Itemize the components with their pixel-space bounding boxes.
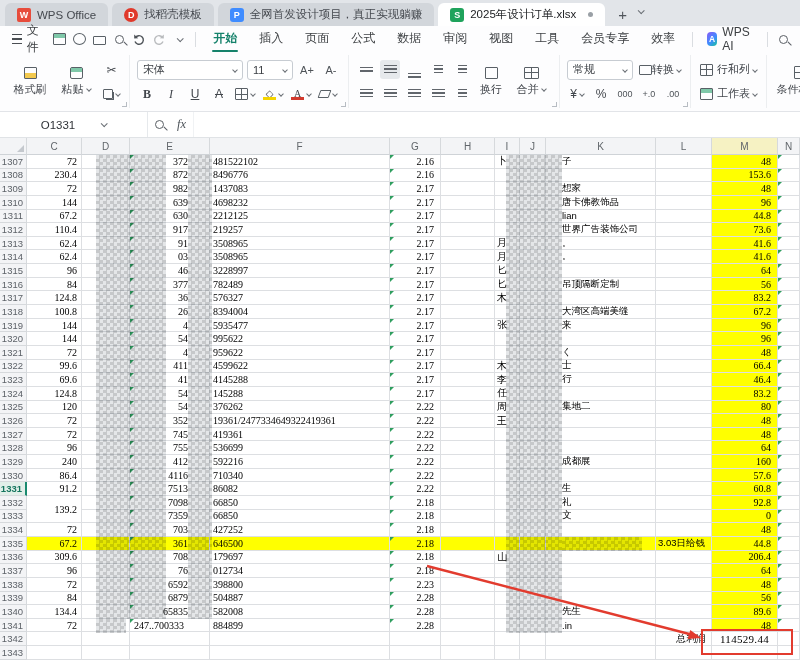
cell-L1325[interactable]: [656, 401, 712, 415]
cell-G1316[interactable]: 2.17: [390, 278, 441, 292]
cell-D1342[interactable]: [82, 632, 130, 646]
cell-D1318[interactable]: [82, 305, 130, 319]
cell-G1321[interactable]: 2.17: [390, 346, 441, 360]
cell-N1319[interactable]: [778, 319, 800, 333]
row-header-1312[interactable]: 1312: [0, 223, 27, 237]
cell-L1338[interactable]: [656, 578, 712, 592]
cell-D1328[interactable]: [82, 441, 130, 455]
cell-G1319[interactable]: 2.17: [390, 319, 441, 333]
cell-C1328[interactable]: 96: [27, 441, 82, 455]
cell-H1327[interactable]: [441, 428, 495, 442]
cell-H1318[interactable]: [441, 305, 495, 319]
cell-C1315[interactable]: 96: [27, 264, 82, 278]
cell-K1335[interactable]: [546, 537, 656, 551]
cell-H1321[interactable]: [441, 346, 495, 360]
cell-N1330[interactable]: [778, 469, 800, 483]
cell-D1308[interactable]: [82, 169, 130, 183]
cell-M1317[interactable]: 83.2: [712, 291, 778, 305]
cell-D1333[interactable]: [82, 510, 130, 524]
cell-G1313[interactable]: 2.17: [390, 237, 441, 251]
align-middle-button[interactable]: [380, 60, 400, 79]
cell-D1337[interactable]: [82, 564, 130, 578]
cell-M1314[interactable]: 41.6: [712, 250, 778, 264]
cell-H1335[interactable]: [441, 537, 495, 551]
cell-N1339[interactable]: [778, 592, 800, 606]
cell-H1338[interactable]: [441, 578, 495, 592]
cell-I1328[interactable]: [495, 441, 520, 455]
cell-J1331[interactable]: [520, 482, 546, 496]
cell-D1327[interactable]: [82, 428, 130, 442]
cell-G1337[interactable]: 2.18: [390, 564, 441, 578]
cell-H1336[interactable]: [441, 551, 495, 565]
cell-E1324[interactable]: 54: [130, 387, 210, 401]
row-header-1319[interactable]: 1319: [0, 319, 27, 333]
cell-E1336[interactable]: 708: [130, 551, 210, 565]
cell-H1330[interactable]: [441, 469, 495, 483]
cell-M1339[interactable]: 56: [712, 592, 778, 606]
cell-J1313[interactable]: [520, 237, 546, 251]
cell-F1332[interactable]: 66850: [210, 496, 390, 510]
cell-1343[interactable]: [82, 646, 130, 660]
cell-I1339[interactable]: [495, 592, 520, 606]
row-header-1323[interactable]: 1323: [0, 373, 27, 387]
cell-N1341[interactable]: [778, 619, 800, 633]
cell-G1318[interactable]: 2.17: [390, 305, 441, 319]
row-header-1329[interactable]: 1329: [0, 455, 27, 469]
cell-J1330[interactable]: [520, 469, 546, 483]
cell-L1326[interactable]: [656, 414, 712, 428]
cell-M1316[interactable]: 56: [712, 278, 778, 292]
cell-G1325[interactable]: 2.22: [390, 401, 441, 415]
menu-tab-效率[interactable]: 效率: [640, 26, 686, 52]
row-header-1339[interactable]: 1339: [0, 592, 27, 606]
cell-E1320[interactable]: 54: [130, 332, 210, 346]
justify-button[interactable]: [428, 84, 448, 103]
decrease-decimal-button[interactable]: .00: [663, 85, 683, 104]
cell-J1327[interactable]: [520, 428, 546, 442]
cell-F1313[interactable]: 3508965: [210, 237, 390, 251]
cell-J1319[interactable]: [520, 319, 546, 333]
cell-G1338[interactable]: 2.23: [390, 578, 441, 592]
cell-M1326[interactable]: 48: [712, 414, 778, 428]
cell-G1317[interactable]: 2.17: [390, 291, 441, 305]
cell-K1332[interactable]: 礼: [546, 496, 656, 510]
row-header-1340[interactable]: 1340: [0, 605, 27, 619]
cell-K1338[interactable]: [546, 578, 656, 592]
cell-F1316[interactable]: 782489: [210, 278, 390, 292]
cell-D1307[interactable]: [82, 155, 130, 169]
cell-I1320[interactable]: [495, 332, 520, 346]
row-header-1337[interactable]: 1337: [0, 564, 27, 578]
cell-E1333[interactable]: 7359: [130, 510, 210, 524]
cell-L1311[interactable]: [656, 210, 712, 224]
cell-C1331[interactable]: 91.2: [27, 482, 82, 496]
row-header-1313[interactable]: 1313: [0, 237, 27, 251]
cell-I1325[interactable]: 周: [495, 401, 520, 415]
cell-G1322[interactable]: 2.17: [390, 360, 441, 374]
cell-K1322[interactable]: 士: [546, 360, 656, 374]
cell-H1334[interactable]: [441, 523, 495, 537]
cell-E1308[interactable]: 872: [130, 169, 210, 183]
cell-N1323[interactable]: [778, 373, 800, 387]
cell-N1311[interactable]: [778, 210, 800, 224]
cell-F1328[interactable]: 536699: [210, 441, 390, 455]
cell-I1335[interactable]: [495, 537, 520, 551]
cell-N1326[interactable]: [778, 414, 800, 428]
cell-E1317[interactable]: 36: [130, 291, 210, 305]
save-button[interactable]: [50, 29, 68, 49]
formula-input[interactable]: [194, 112, 800, 137]
cell-K1324[interactable]: [546, 387, 656, 401]
cell-J1316[interactable]: [520, 278, 546, 292]
cell-L1331[interactable]: [656, 482, 712, 496]
cell-G1310[interactable]: 2.17: [390, 196, 441, 210]
borders-button[interactable]: [233, 85, 257, 104]
cell-F1310[interactable]: 4698232: [210, 196, 390, 210]
cell-G1328[interactable]: 2.22: [390, 441, 441, 455]
cell-D1317[interactable]: [82, 291, 130, 305]
cell-C1322[interactable]: 99.6: [27, 360, 82, 374]
row-header-1310[interactable]: 1310: [0, 196, 27, 210]
col-header-M[interactable]: M: [712, 138, 778, 155]
cell-L1316[interactable]: [656, 278, 712, 292]
cell-N1331[interactable]: [778, 482, 800, 496]
cell-N1310[interactable]: [778, 196, 800, 210]
cell-C1335[interactable]: 67.2: [27, 537, 82, 551]
cell-N1312[interactable]: [778, 223, 800, 237]
